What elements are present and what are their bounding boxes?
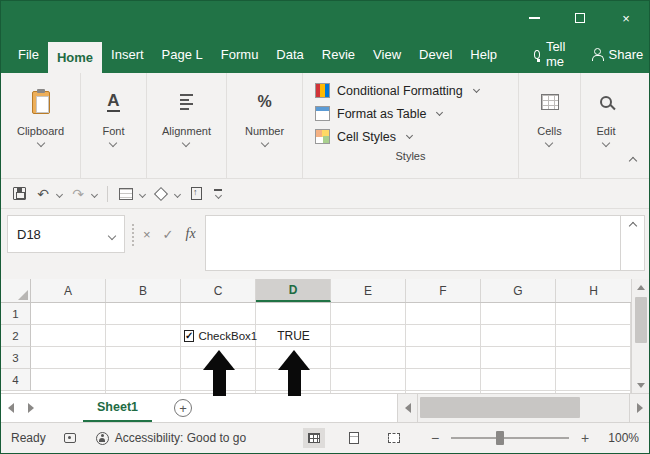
new-sheet-button[interactable]: + (174, 399, 192, 417)
vertical-scrollbar[interactable] (631, 279, 649, 393)
column-header-h[interactable]: H (556, 279, 631, 302)
tab-formulas[interactable]: Formu (212, 35, 268, 73)
format-as-table-button[interactable]: Format as Table (315, 102, 506, 125)
insert-function-button[interactable]: fx (186, 226, 196, 242)
column-header-g[interactable]: G (481, 279, 556, 302)
column-header-a[interactable]: A (31, 279, 106, 302)
cells-group: Cells (519, 73, 581, 178)
font-button[interactable]: A (107, 83, 119, 121)
cells-grid-icon (541, 94, 559, 110)
page-layout-view-button[interactable] (343, 428, 365, 448)
format-as-table-icon (315, 106, 330, 121)
paste-button[interactable] (32, 83, 50, 121)
horizontal-scrollbar[interactable] (397, 394, 649, 422)
scroll-down-button[interactable] (632, 377, 649, 393)
shapes-dropdown-icon[interactable] (174, 191, 181, 198)
scroll-right-button[interactable] (629, 394, 649, 422)
cell-c2[interactable]: ✓ CheckBox1 (181, 325, 256, 347)
macro-record-button[interactable] (64, 433, 76, 443)
column-header-d[interactable]: D (256, 279, 331, 302)
font-group-label: Font (102, 125, 124, 137)
row-header-1[interactable]: 1 (1, 303, 31, 325)
sheet-tab-sheet1[interactable]: Sheet1 (83, 394, 152, 422)
zoom-level-label[interactable]: 100% (603, 431, 639, 445)
cancel-button[interactable]: × (143, 227, 151, 242)
redo-dropdown-icon[interactable] (91, 191, 98, 198)
tab-home[interactable]: Home (48, 42, 102, 73)
cell-styles-button[interactable]: Cell Styles (315, 125, 506, 148)
undo-dropdown-icon[interactable] (56, 191, 63, 198)
cells-dropdown-icon[interactable] (545, 139, 553, 147)
chevron-up-icon (628, 222, 636, 230)
formula-bar-collapse-button[interactable] (621, 215, 645, 271)
share-button[interactable]: Share (579, 35, 650, 73)
draw-table-button[interactable] (116, 183, 136, 205)
zoom-out-button[interactable]: − (427, 430, 443, 446)
row-header-2[interactable]: 2 (1, 325, 31, 347)
name-box-dropdown-icon[interactable] (108, 231, 116, 239)
column-header-b[interactable]: B (106, 279, 181, 302)
draw-table-dropdown-icon[interactable] (139, 191, 146, 198)
name-box[interactable]: D18 (7, 215, 125, 253)
grid-body: 1 2 3 4 ✓ CheckBox1 TRUE (1, 303, 631, 393)
tab-view[interactable]: View (364, 35, 410, 73)
next-sheet-button[interactable] (21, 394, 41, 422)
undo-button[interactable]: ↶ (33, 183, 53, 205)
row-header-3[interactable]: 3 (1, 347, 31, 369)
normal-view-button[interactable] (303, 428, 325, 448)
cell-d2[interactable]: TRUE (256, 325, 331, 347)
accessibility-status[interactable]: Accessibility: Good to go (96, 431, 246, 445)
minimize-button[interactable] (511, 1, 557, 35)
triangle-down-icon (637, 383, 645, 388)
tell-me-button[interactable]: Tell me (524, 35, 579, 73)
name-box-value: D18 (17, 227, 41, 242)
tab-help[interactable]: Help (461, 35, 506, 73)
zoom-slider-thumb[interactable] (496, 431, 504, 445)
vertical-scrollbar-thumb[interactable] (635, 297, 647, 343)
close-button[interactable]: × (603, 1, 649, 35)
accessibility-icon (96, 432, 109, 445)
cells-button[interactable] (541, 83, 559, 121)
number-format-button[interactable]: % (257, 83, 271, 121)
scroll-up-button[interactable] (632, 279, 649, 295)
select-all-button[interactable] (1, 279, 31, 302)
enter-button[interactable]: ✓ (163, 227, 174, 242)
tab-review[interactable]: Revie (313, 35, 364, 73)
formula-input[interactable] (205, 215, 621, 271)
worksheet-grid: A B C D E F G H 1 2 3 4 ✓ Ch (1, 279, 649, 393)
shapes-button[interactable] (151, 183, 171, 205)
column-header-f[interactable]: F (406, 279, 481, 302)
font-dropdown-icon[interactable] (109, 139, 117, 147)
row-header-4[interactable]: 4 (1, 369, 31, 391)
find-select-button[interactable] (600, 83, 612, 121)
tab-insert[interactable]: Insert (102, 35, 153, 73)
clipboard-upload-button[interactable] (186, 183, 206, 205)
previous-sheet-button[interactable] (1, 394, 21, 422)
redo-button[interactable]: ↷ (68, 183, 88, 205)
alignment-button[interactable] (180, 83, 193, 121)
zoom-in-button[interactable]: + (577, 430, 593, 446)
column-header-e[interactable]: E (331, 279, 406, 302)
clipboard-dropdown-icon[interactable] (36, 139, 44, 147)
collapse-ribbon-button[interactable] (626, 154, 640, 168)
scroll-left-button[interactable] (398, 394, 418, 422)
alignment-dropdown-icon[interactable] (182, 139, 190, 147)
horizontal-scrollbar-thumb[interactable] (420, 397, 580, 418)
tab-data[interactable]: Data (267, 35, 312, 73)
clipboard-icon (32, 91, 50, 114)
checkbox-checked-icon[interactable]: ✓ (184, 330, 194, 342)
zoom-slider[interactable] (451, 437, 569, 439)
tab-file[interactable]: File (9, 35, 48, 73)
conditional-formatting-button[interactable]: Conditional Formatting (315, 79, 506, 102)
maximize-button[interactable] (557, 1, 603, 35)
number-dropdown-icon[interactable] (260, 139, 268, 147)
save-button[interactable] (9, 183, 29, 205)
customize-quick-access-button[interactable] (214, 189, 222, 198)
cells-area[interactable]: ✓ CheckBox1 TRUE (31, 303, 631, 393)
column-header-c[interactable]: C (181, 279, 256, 302)
tab-page-layout[interactable]: Page L (153, 35, 212, 73)
horizontal-scrollbar-track[interactable] (418, 394, 629, 422)
tab-developer[interactable]: Devel (410, 35, 461, 73)
page-break-view-button[interactable] (383, 428, 405, 448)
editing-dropdown-icon[interactable] (602, 139, 610, 147)
